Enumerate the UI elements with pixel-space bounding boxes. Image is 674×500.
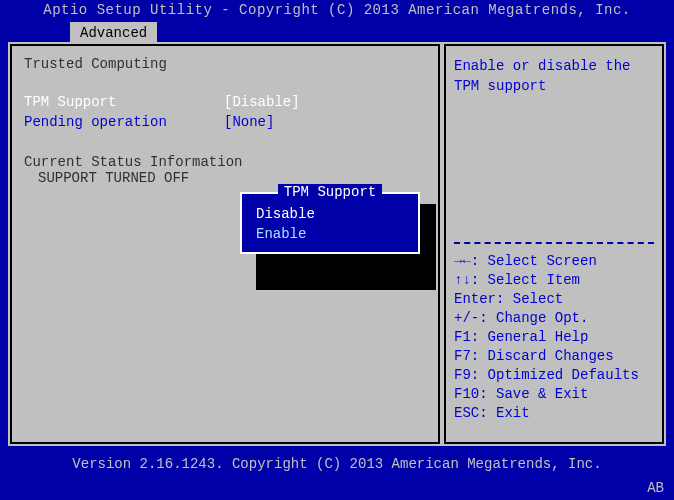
help-panel: Enable or disable the TPM support →←: Se… [442, 42, 666, 446]
status-header: Current Status Information [24, 154, 426, 170]
footer-corner: AB [647, 480, 664, 496]
key-help-item: F10: Save & Exit [454, 385, 654, 404]
help-divider [454, 242, 654, 244]
tab-advanced[interactable]: Advanced [70, 22, 157, 42]
section-title: Trusted Computing [24, 56, 426, 72]
key-help-item: F1: General Help [454, 328, 654, 347]
key-help-item: ESC: Exit [454, 404, 654, 423]
popup-option-disable[interactable]: Disable [256, 204, 404, 224]
key-help-item: →←: Select Screen [454, 252, 654, 271]
key-help-item: F7: Discard Changes [454, 347, 654, 366]
setting-value: [None] [224, 112, 274, 132]
setting-value: [Disable] [224, 92, 300, 112]
key-help-item: F9: Optimized Defaults [454, 366, 654, 385]
popup-option-enable[interactable]: Enable [256, 224, 404, 244]
popup-tpm-support: TPM Support Disable Enable [240, 192, 420, 254]
key-help-list: →←: Select Screen ↑↓: Select Item Enter:… [454, 252, 654, 423]
tab-row: Advanced [0, 20, 674, 42]
title-bar: Aptio Setup Utility - Copyright (C) 2013… [0, 0, 674, 20]
key-help-item: Enter: Select [454, 290, 654, 309]
key-help-item: ↑↓: Select Item [454, 271, 654, 290]
help-description: Enable or disable the TPM support [454, 56, 654, 236]
setting-row-pending-operation[interactable]: Pending operation [None] [24, 112, 426, 132]
setting-label: Pending operation [24, 112, 224, 132]
setting-label: TPM Support [24, 92, 224, 112]
footer-version: Version 2.16.1243. Copyright (C) 2013 Am… [0, 452, 674, 476]
setting-row-tpm-support[interactable]: TPM Support [Disable] [24, 92, 426, 112]
popup-title: TPM Support [242, 184, 418, 200]
key-help-item: +/-: Change Opt. [454, 309, 654, 328]
